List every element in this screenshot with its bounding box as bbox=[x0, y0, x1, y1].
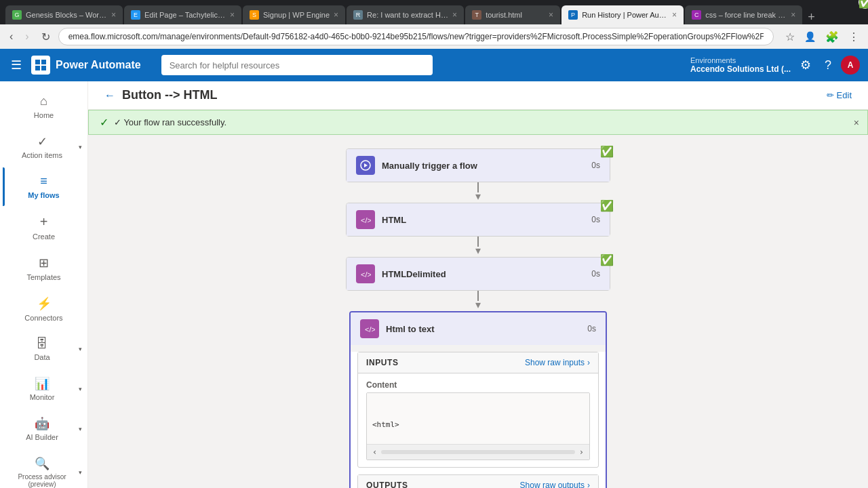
tab-favicon-6: P bbox=[568, 10, 578, 20]
ai-builder-expand-icon: ▾ bbox=[79, 426, 82, 432]
browser-tab-7[interactable]: C css – force line break in html ta... × bbox=[685, 5, 802, 24]
show-raw-inputs-button[interactable]: Show raw inputs › bbox=[525, 358, 590, 367]
flow-step-3[interactable]: </> HTMLDelimited 0s ✅ bbox=[346, 257, 610, 291]
flow-step-2-header[interactable]: </> HTML 0s bbox=[347, 203, 610, 236]
avatar[interactable]: A bbox=[841, 56, 860, 75]
flow-step-4[interactable]: </> Html to text 0s ✅ INPUTS bbox=[349, 311, 607, 488]
sidebar-item-action-label: Action items bbox=[22, 151, 62, 159]
flow-step-2-icon: </> bbox=[356, 210, 375, 229]
svg-rect-3 bbox=[41, 66, 46, 70]
sidebar-item-templates[interactable]: ⊞ Templates bbox=[3, 249, 85, 288]
sidebar-item-connectors-label: Connectors bbox=[24, 314, 62, 322]
app-bar: ☰ Power Automate Environments Accendo So… bbox=[0, 49, 868, 81]
settings-icon[interactable]: ⋮ bbox=[845, 29, 863, 45]
flow-connector-3: ▾ bbox=[475, 291, 481, 311]
flow-step-3-header[interactable]: </> HTMLDelimited 0s bbox=[347, 258, 610, 290]
sidebar-item-home[interactable]: ⌂ Home bbox=[3, 87, 85, 126]
inputs-section-title: INPUTS bbox=[366, 358, 399, 367]
browser-tabs: G Genesis Blocks – WordPress plu... × E … bbox=[5, 0, 819, 24]
content-label: Content bbox=[366, 380, 590, 390]
process-advisor-icon: 🔍 bbox=[35, 456, 50, 471]
show-raw-outputs-button[interactable]: Show raw outputs › bbox=[520, 481, 590, 488]
sidebar-item-data[interactable]: 🗄 Data ▾ bbox=[3, 330, 85, 368]
tab-close-7[interactable]: × bbox=[791, 10, 795, 20]
new-tab-button[interactable]: + bbox=[804, 10, 819, 24]
tab-close-1[interactable]: × bbox=[111, 10, 116, 20]
sidebar-item-process-advisor-label: Process advisor (preview) bbox=[5, 473, 79, 488]
browser-nav: ‹ › ↻ ☆ 👤 🧩 ⋮ bbox=[0, 24, 868, 49]
tab-title-3: Signup | WP Engine bbox=[263, 11, 330, 19]
tab-title-7: css – force line break in html ta... bbox=[705, 11, 787, 19]
tab-close-2[interactable]: × bbox=[230, 10, 235, 20]
inputs-section-body: Content <html> <head> <meta http-equiv="… bbox=[358, 373, 598, 467]
tab-close-4[interactable]: × bbox=[452, 10, 457, 20]
flow-step-4-title: Html to text bbox=[386, 324, 580, 334]
svg-text:</>: </> bbox=[361, 270, 371, 279]
app-logo-icon bbox=[31, 56, 50, 75]
help-icon[interactable]: ? bbox=[821, 56, 835, 75]
inputs-section: INPUTS Show raw inputs › Content <html> … bbox=[357, 352, 599, 468]
browser-tab-1[interactable]: G Genesis Blocks – WordPress plu... × bbox=[5, 5, 123, 24]
app: ☰ Power Automate Environments Accendo So… bbox=[0, 49, 868, 488]
sidebar-item-action-items[interactable]: ✓ Action items ▾ bbox=[3, 127, 85, 166]
flow-connector-2: ▾ bbox=[475, 237, 481, 257]
browser-tab-3[interactable]: S Signup | WP Engine × bbox=[243, 5, 345, 24]
scroll-right-icon[interactable]: › bbox=[579, 446, 584, 458]
profile-icon[interactable]: 👤 bbox=[801, 30, 819, 43]
tab-close-6[interactable]: × bbox=[672, 10, 677, 20]
outputs-section-header: OUTPUTS Show raw outputs › bbox=[358, 475, 598, 488]
success-check-icon: ✓ bbox=[100, 116, 108, 129]
back-nav-button[interactable]: ‹ bbox=[5, 29, 17, 44]
app-search-input[interactable] bbox=[161, 55, 433, 75]
flow-connector-1: ▾ bbox=[475, 182, 481, 203]
flow-step-4-header[interactable]: </> Html to text 0s bbox=[351, 312, 606, 345]
sidebar-item-my-flows[interactable]: ≡ My flows bbox=[3, 167, 85, 206]
svg-text:</>: </> bbox=[365, 325, 375, 333]
app-logo: Power Automate bbox=[31, 56, 141, 75]
flow-step-2[interactable]: </> HTML 0s ✅ bbox=[346, 203, 610, 237]
sidebar-item-ai-builder[interactable]: 🤖 AI Builder ▾ bbox=[3, 409, 85, 448]
tab-close-5[interactable]: × bbox=[549, 10, 553, 20]
browser-tab-5[interactable]: T tourist.html × bbox=[465, 5, 560, 24]
address-bar[interactable] bbox=[58, 28, 774, 45]
input-scroll-bar[interactable]: ‹ › bbox=[367, 444, 589, 460]
tab-title-5: tourist.html bbox=[486, 11, 522, 19]
templates-icon: ⊞ bbox=[39, 256, 49, 270]
scroll-left-icon[interactable]: ‹ bbox=[372, 446, 377, 458]
input-content-box: <html> <head> <meta http-equiv="Content-… bbox=[366, 392, 590, 460]
bookmark-icon[interactable]: ☆ bbox=[782, 29, 798, 45]
monitor-expand-icon: ▾ bbox=[79, 386, 82, 392]
tab-favicon-7: C bbox=[692, 10, 701, 20]
environment-info: Environments Accendo Solutions Ltd (... bbox=[690, 56, 791, 74]
hamburger-icon[interactable]: ☰ bbox=[8, 55, 24, 75]
sidebar-item-process-advisor[interactable]: 🔍 Process advisor (preview) ▾ bbox=[3, 449, 85, 488]
back-button[interactable]: ← bbox=[104, 89, 115, 102]
sidebar-item-monitor[interactable]: 📊 Monitor ▾ bbox=[3, 369, 85, 408]
connector-arrow-3: ▾ bbox=[475, 298, 481, 311]
page-title: Button --> HTML bbox=[122, 88, 217, 102]
reload-button[interactable]: ↻ bbox=[37, 29, 54, 45]
edit-button[interactable]: ✏ Edit bbox=[827, 90, 852, 100]
banner-close-button[interactable]: × bbox=[854, 117, 859, 128]
browser-chrome: G Genesis Blocks – WordPress plu... × E … bbox=[0, 0, 868, 24]
flow-step-4-body: INPUTS Show raw inputs › Content <html> … bbox=[351, 352, 606, 488]
sidebar-item-connectors[interactable]: ⚡ Connectors bbox=[3, 289, 85, 329]
forward-nav-button[interactable]: › bbox=[21, 29, 33, 44]
app-name: Power Automate bbox=[56, 59, 141, 71]
show-raw-outputs-label: Show raw outputs bbox=[520, 481, 585, 488]
settings-app-icon[interactable]: ⚙ bbox=[796, 55, 815, 75]
connector-arrow-1: ▾ bbox=[475, 190, 481, 203]
flow-step-2-title: HTML bbox=[382, 215, 585, 225]
browser-tab-2[interactable]: E Edit Page – Tachytelic.net – Wo... × bbox=[124, 5, 241, 24]
flow-step-1[interactable]: Manually trigger a flow 0s ✅ bbox=[346, 148, 610, 182]
browser-tab-6[interactable]: P Run History | Power Automate × bbox=[561, 5, 684, 24]
tab-close-3[interactable]: × bbox=[334, 10, 338, 20]
show-raw-inputs-chevron: › bbox=[587, 358, 590, 367]
sidebar-item-create[interactable]: + Create bbox=[3, 207, 85, 247]
sidebar-item-my-flows-label: My flows bbox=[28, 191, 59, 199]
browser-tab-4[interactable]: R Re: I want to extract HTML Tabl... × bbox=[347, 5, 464, 24]
tab-favicon-1: G bbox=[12, 10, 22, 20]
extensions-icon[interactable]: 🧩 bbox=[822, 29, 842, 45]
flow-step-1-header[interactable]: Manually trigger a flow 0s bbox=[347, 149, 610, 182]
nav-icons: ☆ 👤 🧩 ⋮ bbox=[782, 29, 863, 45]
